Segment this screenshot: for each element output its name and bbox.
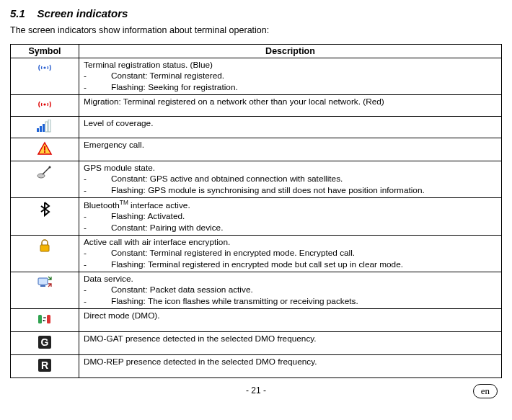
dmo-gat-icon: G (37, 335, 52, 352)
description-bullet: -Flashing: GPS module is synchronising a… (84, 185, 497, 196)
heading-title: Screen indicators (37, 7, 128, 19)
dmo-icon (36, 312, 53, 329)
col-description: Description (79, 45, 502, 58)
description-lead: Migration: Terminal registered on a netw… (84, 97, 497, 107)
svg-rect-14 (40, 285, 45, 287)
page-footer: - 21 - en (10, 384, 502, 403)
symbol-cell (11, 138, 79, 161)
svg-text:G: G (41, 336, 49, 348)
description-lead: GPS module state. (84, 163, 497, 174)
table-row: Active call with air interface encryptio… (11, 235, 502, 272)
encrypted-icon (38, 238, 51, 255)
indicators-table: Symbol Description Terminal registration… (10, 44, 502, 378)
signal-blue-icon (37, 61, 53, 76)
description-lead: DMO-GAT presence detected in the selecte… (84, 334, 497, 344)
svg-point-9 (37, 174, 45, 178)
svg-text:R: R (41, 359, 48, 371)
svg-rect-7 (44, 146, 45, 151)
symbol-cell (11, 116, 79, 138)
data-icon (37, 275, 53, 292)
svg-rect-6 (48, 120, 50, 132)
symbol-cell (11, 272, 79, 308)
symbol-cell (11, 161, 79, 197)
symbol-cell (11, 58, 79, 95)
language-badge: en (473, 384, 498, 398)
symbol-cell (11, 94, 79, 116)
svg-rect-15 (38, 315, 42, 323)
description-cell: Terminal registration status. (Blue)-Con… (79, 58, 502, 95)
description-bullet: -Constant: GPS active and obtained conne… (84, 174, 497, 184)
col-symbol: Symbol (11, 45, 79, 58)
table-row: Terminal registration status. (Blue)-Con… (11, 58, 502, 95)
description-cell: Emergency call. (79, 138, 502, 161)
description-bullet: -Flashing: The icon flashes while transm… (84, 296, 497, 307)
svg-rect-4 (43, 124, 45, 132)
section-heading: 5.1 Screen indicators (10, 7, 502, 19)
symbol-cell (11, 197, 79, 235)
table-row: Level of coverage. (11, 116, 502, 138)
intro-text: The screen indicators show information a… (10, 25, 502, 35)
table-row: Direct mode (DMO). (11, 308, 502, 331)
emergency-icon (37, 141, 53, 158)
description-lead: Active call with air interface encryptio… (84, 237, 497, 248)
description-cell: Migration: Terminal registered on a netw… (79, 94, 502, 116)
svg-line-10 (43, 167, 50, 174)
table-row: GPS module state.-Constant: GPS active a… (11, 161, 502, 197)
table-row: RDMO-REP presence detected in the select… (11, 354, 502, 377)
description-lead: Data service. (84, 274, 497, 285)
description-lead: Level of coverage. (84, 118, 497, 129)
description-cell: BluetoothTM interface active.-Flashing: … (79, 197, 502, 235)
description-lead: DMO-REP presence detected in the selecte… (84, 357, 497, 367)
svg-rect-3 (40, 126, 42, 132)
description-bullet: -Constant: Pairing with device. (84, 223, 497, 233)
symbol-cell: G (11, 331, 79, 354)
coverage-icon (36, 120, 53, 135)
signal-red-icon (37, 98, 53, 113)
description-cell: GPS module state.-Constant: GPS active a… (79, 161, 502, 197)
symbol-cell (11, 235, 79, 272)
table-row: GDMO-GAT presence detected in the select… (11, 331, 502, 354)
symbol-cell: R (11, 354, 79, 377)
table-row: BluetoothTM interface active.-Flashing: … (11, 197, 502, 235)
svg-rect-13 (38, 278, 48, 285)
description-bullet: -Flashing: Terminal registered in encryp… (84, 259, 497, 270)
page-number: - 21 - (246, 385, 266, 396)
description-lead: Emergency call. (84, 140, 497, 151)
table-row: Data service.-Constant: Packet data sess… (11, 272, 502, 308)
heading-number: 5.1 (10, 7, 25, 19)
description-cell: Direct mode (DMO). (79, 308, 502, 331)
svg-rect-8 (44, 151, 45, 153)
svg-rect-12 (40, 245, 49, 251)
description-cell: DMO-GAT presence detected in the selecte… (79, 331, 502, 354)
description-bullet: -Flashing: Seeking for registration. (84, 82, 497, 93)
svg-rect-5 (45, 122, 48, 132)
description-cell: Level of coverage. (79, 116, 502, 138)
description-lead: Terminal registration status. (Blue) (84, 60, 497, 71)
description-cell: DMO-REP presence detected in the selecte… (79, 354, 502, 377)
svg-point-0 (43, 66, 45, 68)
description-cell: Active call with air interface encryptio… (79, 235, 502, 272)
description-bullet: -Constant: Terminal registered. (84, 71, 497, 81)
description-bullet: -Constant: Terminal registered in encryp… (84, 248, 497, 259)
dmo-rep-icon: R (37, 358, 52, 375)
svg-point-11 (49, 166, 51, 168)
description-cell: Data service.-Constant: Packet data sess… (79, 272, 502, 308)
svg-rect-16 (47, 315, 50, 323)
symbol-cell (11, 308, 79, 331)
table-row: Emergency call. (11, 138, 502, 161)
description-lead: BluetoothTM interface active. (84, 200, 497, 211)
description-lead: Direct mode (DMO). (84, 310, 497, 321)
table-row: Migration: Terminal registered on a netw… (11, 94, 502, 116)
bluetooth-icon (39, 201, 50, 219)
gps-icon (37, 164, 53, 182)
svg-point-1 (43, 103, 45, 105)
svg-rect-2 (37, 128, 39, 132)
description-bullet: -Flashing: Activated. (84, 211, 497, 222)
description-bullet: -Constant: Packet data session active. (84, 285, 497, 295)
